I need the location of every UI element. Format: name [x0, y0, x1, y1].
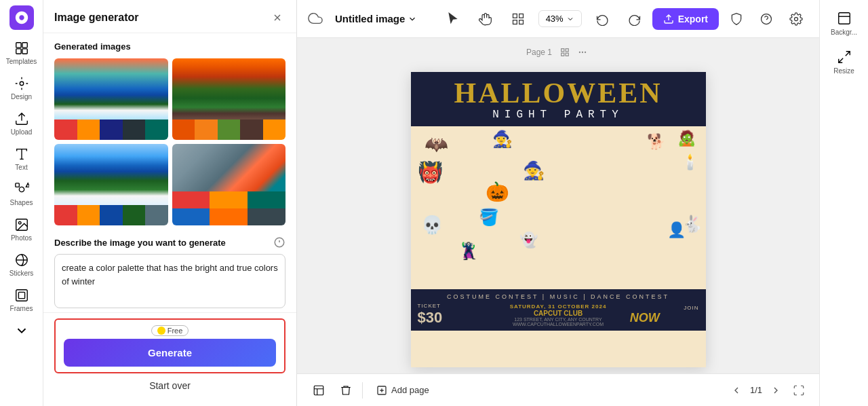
- generated-image-4[interactable]: [172, 144, 286, 225]
- poster-venue: CAPCUT CLUB: [489, 310, 627, 317]
- close-button[interactable]: [269, 10, 285, 26]
- describe-section: Describe the image you want to generate …: [54, 236, 285, 312]
- shield-button[interactable]: [724, 7, 749, 31]
- sidebar-item-shapes-label: Shapes: [10, 199, 33, 206]
- page-settings-icon[interactable]: [557, 45, 572, 60]
- page-counter: 1/1: [750, 385, 762, 395]
- document-title-button[interactable]: Untitled image: [330, 10, 422, 27]
- rabbit-character: 🐇: [682, 215, 703, 234]
- export-button[interactable]: Export: [652, 8, 719, 30]
- hand-tool-button[interactable]: [473, 7, 498, 31]
- background-panel-label: Backgr...: [831, 29, 857, 36]
- free-badge: Free: [151, 325, 189, 336]
- svg-point-25: [582, 52, 583, 53]
- describe-textarea[interactable]: create a color palette that has the brig…: [54, 254, 285, 308]
- svg-rect-21: [566, 49, 568, 52]
- bottom-bar-right: 1/1: [728, 381, 808, 400]
- panel-bottom: Free Generate ⬅ Start over: [43, 312, 296, 406]
- page-label: Page 1: [526, 48, 552, 57]
- info-icon[interactable]: [273, 236, 285, 248]
- barrel-character: 🪣: [479, 208, 499, 227]
- skeleton-character: 💀: [421, 215, 443, 236]
- describe-header: Describe the image you want to generate: [54, 236, 285, 248]
- poster-footer: COSTUME CONTEST | MUSIC | DANCE CONTEST …: [411, 289, 706, 331]
- prev-page-button[interactable]: [728, 382, 745, 399]
- zombie-character: 🧟: [677, 130, 696, 147]
- document-title-text: Untitled image: [335, 13, 405, 24]
- panel-content: Generated images: [43, 33, 296, 312]
- poster-now-text: NOW: [630, 311, 699, 325]
- bottom-bar-left: Add page: [308, 380, 437, 401]
- free-row: Free: [64, 325, 276, 336]
- page-thumbnail-button[interactable]: [308, 380, 330, 401]
- page-more-icon[interactable]: [575, 45, 590, 60]
- fit-page-button[interactable]: [789, 381, 808, 400]
- zoom-button[interactable]: 43%: [538, 10, 582, 27]
- poster-join-col: JOIN NOW: [630, 305, 699, 325]
- layout-button[interactable]: [506, 7, 530, 31]
- generate-button[interactable]: Generate: [64, 339, 276, 367]
- poster-footer-grid: TICKET $30 SATURDAY, 31 OCTOBER 2024 CAP…: [418, 303, 699, 327]
- export-label: Export: [678, 14, 708, 24]
- undo-button[interactable]: [590, 7, 614, 31]
- creature-character: 👹: [418, 160, 443, 184]
- candles-character: 🕯️: [681, 153, 699, 171]
- delete-page-button[interactable]: [335, 380, 357, 401]
- sidebar-item-upload-label: Upload: [11, 128, 33, 136]
- sidebar-item-frames[interactable]: Frames: [3, 284, 41, 316]
- canva-logo[interactable]: [9, 5, 34, 30]
- resize-panel-item[interactable]: Resize: [824, 44, 865, 80]
- start-over-button[interactable]: Start over: [54, 373, 285, 398]
- background-panel-item[interactable]: Backgr...: [824, 5, 865, 41]
- svg-rect-27: [314, 386, 323, 395]
- sidebar-item-upload[interactable]: Upload: [3, 107, 41, 140]
- svg-point-19: [795, 17, 798, 20]
- help-button[interactable]: [754, 7, 778, 31]
- generated-image-2[interactable]: [172, 58, 286, 140]
- svg-rect-29: [838, 13, 850, 24]
- right-panel: Backgr... Resize: [819, 0, 868, 406]
- sidebar-item-more[interactable]: [3, 319, 41, 342]
- poster-ticket-label: TICKET: [418, 303, 487, 309]
- svg-rect-17: [519, 20, 523, 24]
- witch-character: 🧙‍♀️: [492, 130, 513, 149]
- poster-night-party-text: NIGHT PARTY: [422, 109, 695, 121]
- sidebar-item-text[interactable]: Text: [3, 143, 41, 175]
- poster-center-col: SATURDAY, 31 OCTOBER 2024 CAPCUT CLUB 12…: [489, 303, 627, 327]
- settings-button[interactable]: [784, 7, 808, 31]
- next-page-button[interactable]: [768, 382, 784, 399]
- canvas-frame[interactable]: HALLOWEEN NIGHT PARTY 🦇 🧙‍♀️ 🐕 🧟 👹 🎃 🧙 🕯…: [411, 72, 706, 367]
- svg-rect-14: [513, 14, 517, 18]
- generated-image-3[interactable]: [54, 144, 168, 225]
- toolbar-left: Untitled image: [308, 10, 435, 27]
- toolbar: Untitled image 43%: [297, 0, 819, 38]
- sidebar-item-photos-label: Photos: [11, 234, 32, 242]
- sidebar-item-templates[interactable]: Templates: [3, 37, 41, 69]
- poster-main: 🦇 🧙‍♀️ 🐕 🧟 👹 🎃 🧙 🕯️ 💀 🪣 👤 🐇 👻 🦹: [411, 126, 706, 289]
- image-grid: [54, 58, 285, 225]
- sidebar-item-design[interactable]: Design: [3, 72, 41, 105]
- redo-button[interactable]: [623, 7, 647, 31]
- sidebar-item-photos[interactable]: Photos: [3, 213, 41, 246]
- generated-images-label: Generated images: [54, 41, 285, 52]
- svg-point-4: [20, 81, 24, 86]
- svg-rect-23: [566, 53, 568, 56]
- generated-image-1[interactable]: [54, 58, 168, 140]
- svg-rect-12: [18, 292, 24, 298]
- svg-rect-20: [561, 49, 564, 52]
- zoom-level: 43%: [546, 14, 564, 24]
- free-label: Free: [167, 327, 183, 335]
- bottom-bar-divider: [362, 382, 363, 399]
- ghost2-character: 👻: [519, 232, 538, 249]
- cursor-tool-button[interactable]: [441, 7, 465, 31]
- sidebar-item-design-label: Design: [11, 93, 32, 100]
- add-page-label: Add page: [391, 385, 429, 395]
- resize-panel-label: Resize: [833, 67, 854, 75]
- add-page-button[interactable]: Add page: [368, 381, 437, 400]
- generate-section: Free Generate ⬅: [54, 318, 285, 373]
- coin-icon: [157, 327, 165, 335]
- sidebar-item-shapes[interactable]: Shapes: [3, 178, 41, 210]
- svg-rect-2: [16, 49, 20, 54]
- sidebar-left: Templates Design Upload Text Shapes Phot…: [0, 0, 43, 406]
- sidebar-item-stickers[interactable]: Stickers: [3, 248, 41, 281]
